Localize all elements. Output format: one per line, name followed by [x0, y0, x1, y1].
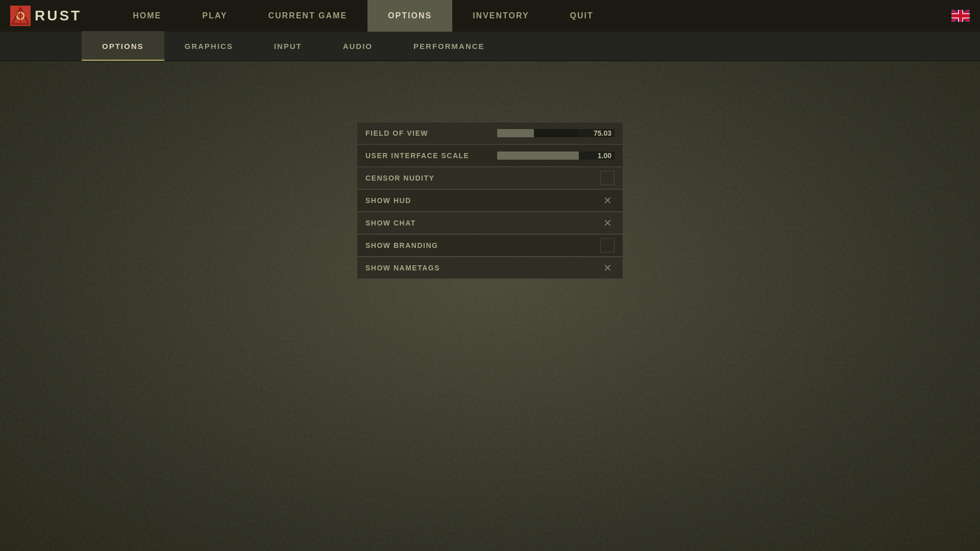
- ui-scale-slider-fill: [497, 152, 579, 160]
- tab-graphics[interactable]: GRAPHICS: [164, 31, 254, 61]
- show-hud-label: SHOW HUD: [365, 196, 600, 205]
- show-hud-row: SHOW HUD ✕: [357, 190, 623, 211]
- options-panel: FIELD OF VIEW 75.03 USER INTERFACE SCALE…: [357, 122, 623, 280]
- show-hud-control[interactable]: ✕: [600, 193, 615, 208]
- censor-nudity-row: CENSOR NUDITY: [357, 167, 623, 189]
- field-of-view-slider-fill: [497, 129, 534, 137]
- nav-item-play[interactable]: PLAY: [182, 0, 248, 32]
- svg-rect-18: [951, 14, 970, 18]
- field-of-view-label: FIELD OF VIEW: [365, 129, 497, 137]
- top-navigation: RUST HOME PLAY CURRENT GAME OPTIONS INVE…: [0, 0, 980, 32]
- show-nametags-label: SHOW NAMETAGS: [365, 264, 600, 272]
- show-chat-control[interactable]: ✕: [600, 216, 615, 230]
- field-of-view-value: 75.03: [579, 129, 615, 137]
- ui-scale-row: USER INTERFACE SCALE 1.00: [357, 145, 623, 166]
- nav-item-current-game[interactable]: CURRENT GAME: [248, 0, 368, 32]
- nav-item-inventory[interactable]: INVENTORY: [452, 0, 549, 32]
- nav-right: [951, 10, 970, 22]
- ui-scale-value: 1.00: [579, 152, 615, 160]
- nav-item-home[interactable]: HOME: [112, 0, 182, 32]
- ui-scale-control[interactable]: 1.00: [497, 152, 615, 160]
- show-branding-label: SHOW BRANDING: [365, 241, 600, 249]
- show-nametags-checkbox[interactable]: ✕: [600, 261, 615, 275]
- show-branding-checkbox[interactable]: [600, 238, 615, 253]
- field-of-view-slider-track[interactable]: [497, 129, 579, 137]
- nav-item-quit[interactable]: QUIT: [550, 0, 614, 32]
- field-of-view-control[interactable]: 75.03: [497, 129, 615, 137]
- sub-navigation: OPTIONS GRAPHICS INPUT AUDIO PERFORMANCE: [0, 32, 980, 61]
- tab-performance[interactable]: PERFORMANCE: [393, 31, 505, 61]
- tab-audio[interactable]: AUDIO: [323, 31, 393, 61]
- show-chat-label: SHOW CHAT: [365, 219, 600, 227]
- show-nametags-row: SHOW NAMETAGS ✕: [357, 257, 623, 279]
- censor-nudity-label: CENSOR NUDITY: [365, 174, 600, 182]
- main-content: FIELD OF VIEW 75.03 USER INTERFACE SCALE…: [0, 61, 980, 280]
- rust-logo-icon: [10, 6, 31, 26]
- nav-item-options[interactable]: OPTIONS: [368, 0, 452, 32]
- tab-options[interactable]: OPTIONS: [82, 31, 164, 61]
- show-nametags-control[interactable]: ✕: [600, 261, 615, 275]
- censor-nudity-control[interactable]: [600, 171, 615, 185]
- logo-text: RUST: [35, 8, 82, 24]
- ui-scale-slider-track[interactable]: [497, 152, 579, 160]
- show-hud-checkbox[interactable]: ✕: [600, 193, 615, 208]
- show-branding-control[interactable]: [600, 238, 615, 253]
- tab-input[interactable]: INPUT: [254, 31, 323, 61]
- show-chat-row: SHOW CHAT ✕: [357, 212, 623, 234]
- logo: RUST: [10, 6, 82, 26]
- language-flag-icon[interactable]: [951, 10, 970, 22]
- field-of-view-row: FIELD OF VIEW 75.03: [357, 122, 623, 144]
- censor-nudity-checkbox[interactable]: [600, 171, 615, 185]
- nav-links: HOME PLAY CURRENT GAME OPTIONS INVENTORY…: [112, 0, 951, 32]
- show-branding-row: SHOW BRANDING: [357, 235, 623, 256]
- ui-scale-label: USER INTERFACE SCALE: [365, 152, 497, 160]
- show-chat-checkbox[interactable]: ✕: [600, 216, 615, 230]
